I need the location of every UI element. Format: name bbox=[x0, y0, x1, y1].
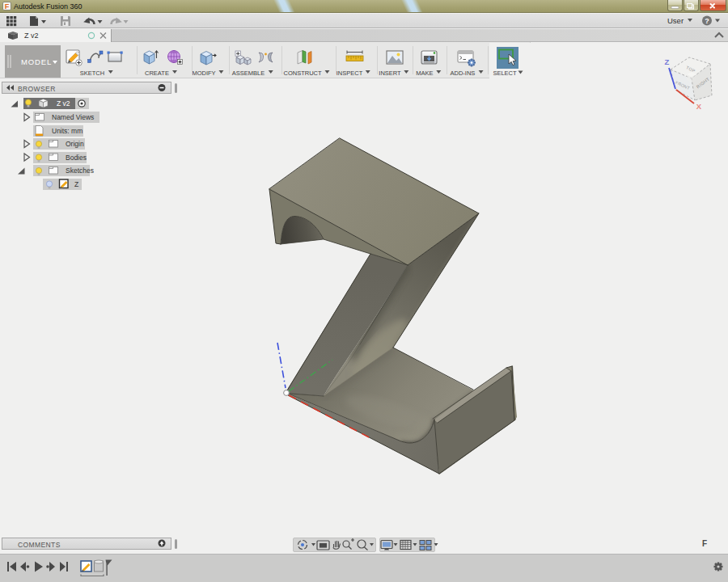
svg-text:X: X bbox=[696, 102, 702, 111]
svg-text:Z: Z bbox=[665, 57, 670, 66]
